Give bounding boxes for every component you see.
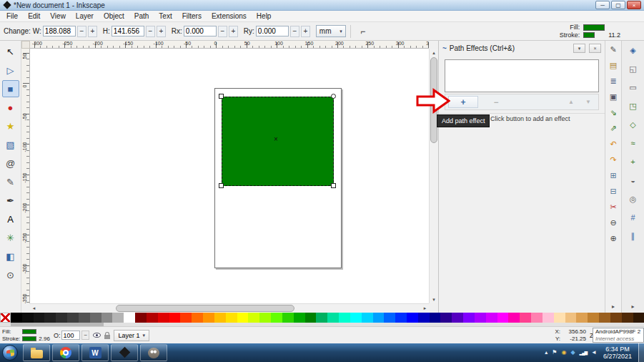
color-swatch[interactable]	[282, 313, 294, 323]
folder-icon[interactable]: ▤	[607, 59, 620, 72]
horizontal-ruler[interactable]: -300-250-200-150-100-5005010015020025030…	[30, 41, 429, 49]
color-swatch[interactable]	[610, 313, 622, 323]
canvas[interactable]: ×	[30, 49, 429, 303]
color-swatch[interactable]	[192, 313, 203, 323]
value-input[interactable]	[112, 26, 144, 36]
taskbar-explorer[interactable]	[23, 344, 50, 361]
paste-icon[interactable]: ⊟	[607, 185, 620, 197]
decrement-button[interactable]: −	[77, 26, 86, 37]
menu-file[interactable]: File	[1, 11, 23, 21]
color-swatch[interactable]	[259, 313, 271, 323]
no-color-swatch[interactable]	[0, 313, 11, 323]
color-swatch[interactable]	[362, 313, 373, 323]
color-swatch[interactable]	[79, 313, 90, 323]
increment-button[interactable]: +	[88, 26, 97, 37]
value-input[interactable]	[184, 26, 217, 36]
color-swatch[interactable]	[407, 313, 418, 323]
color-swatch[interactable]	[67, 313, 79, 323]
color-swatch[interactable]	[271, 313, 282, 323]
color-swatch[interactable]	[214, 313, 226, 323]
snap-bbox-icon[interactable]: ◱	[626, 62, 640, 75]
minimize-button[interactable]: ─	[595, 1, 610, 9]
overflow-arrow-icon[interactable]: ▸	[631, 303, 634, 310]
panel-dock-button[interactable]: ▾	[573, 44, 585, 53]
radius-handle-top-right[interactable]	[331, 94, 336, 99]
color-swatch[interactable]	[508, 313, 520, 323]
title-bar[interactable]: *New document 1 - Inkscape ─ ▢ ×	[0, 0, 644, 11]
snap-guide-icon[interactable]: ∥	[626, 230, 640, 243]
move-effect-up-button[interactable]: ▲	[564, 96, 578, 108]
cut-icon[interactable]: ✂	[607, 201, 620, 213]
horizontal-scrollbar-thumb[interactable]	[116, 305, 294, 312]
stroke-swatch[interactable]	[22, 336, 36, 341]
color-swatch[interactable]	[316, 313, 327, 323]
snap-enable-icon[interactable]: ◈	[626, 44, 640, 57]
menu-view[interactable]: View	[45, 11, 71, 21]
color-swatch[interactable]	[124, 313, 135, 323]
menu-edit[interactable]: Edit	[23, 11, 45, 21]
color-swatch[interactable]	[395, 313, 407, 323]
antivirus-icon[interactable]: ◆	[570, 350, 575, 356]
color-swatch[interactable]	[101, 313, 113, 323]
opacity-input[interactable]	[61, 331, 80, 340]
color-swatch[interactable]	[90, 313, 101, 323]
export-icon[interactable]: ⇗	[607, 122, 620, 134]
color-swatch[interactable]	[327, 313, 339, 323]
spiral-tool[interactable]: @	[2, 155, 19, 172]
color-swatch[interactable]	[34, 313, 45, 323]
decrement-button[interactable]: −	[146, 26, 155, 37]
dropper-tool[interactable]: ⊙	[2, 266, 19, 283]
color-swatch[interactable]	[418, 313, 430, 323]
vertical-ruler[interactable]: 500-50-100-150-200-250-300-350	[21, 49, 30, 303]
remove-effect-button[interactable]: −	[481, 96, 511, 108]
color-swatch[interactable]	[554, 313, 565, 323]
undo-icon[interactable]: ↶	[607, 138, 620, 150]
decrement-button[interactable]: −	[290, 26, 299, 37]
color-swatch[interactable]	[135, 313, 147, 323]
overflow-arrow-icon[interactable]: ▸	[612, 303, 615, 310]
zoom-in-icon[interactable]: ⊕	[607, 233, 620, 245]
panel-close-button[interactable]: ×	[589, 44, 601, 53]
color-swatch[interactable]	[22, 313, 34, 323]
color-swatch[interactable]	[531, 313, 543, 323]
taskbar-gimp[interactable]	[140, 344, 167, 361]
snap-bbox-corner-icon[interactable]: ◳	[626, 99, 640, 112]
zoom-out-icon[interactable]: ⊖	[607, 217, 620, 229]
snap-path-icon[interactable]: ≈	[626, 137, 640, 150]
color-swatch[interactable]	[463, 313, 475, 323]
color-swatch[interactable]	[112, 313, 124, 323]
color-swatch[interactable]	[294, 313, 305, 323]
color-swatch[interactable]	[305, 313, 317, 323]
layer-lock-icon[interactable]	[104, 335, 110, 339]
star-tool[interactable]: ★	[2, 117, 19, 134]
color-swatch[interactable]	[384, 313, 395, 323]
color-swatch[interactable]	[599, 313, 610, 323]
increment-button[interactable]: +	[229, 26, 238, 37]
color-swatch[interactable]	[543, 313, 554, 323]
menu-filters[interactable]: Filters	[177, 11, 207, 21]
layer-visibility-icon[interactable]	[93, 333, 101, 338]
volume-icon[interactable]: ◄	[591, 350, 597, 356]
show-hidden-icons[interactable]: ▴	[545, 350, 548, 356]
color-swatch[interactable]	[373, 313, 385, 323]
box3d-tool[interactable]: ▧	[2, 136, 19, 153]
ellipse-tool[interactable]: ●	[2, 99, 19, 116]
color-swatch[interactable]	[576, 313, 588, 323]
color-swatch[interactable]	[180, 313, 192, 323]
color-swatch[interactable]	[486, 313, 497, 323]
text-tool[interactable]: A	[2, 210, 19, 228]
horizontal-scrollbar[interactable]: ◂ ▸	[30, 303, 429, 313]
menu-object[interactable]: Object	[99, 11, 129, 21]
snap-bbox-edge-icon[interactable]: ▭	[626, 81, 640, 94]
taskbar-word[interactable]: W	[81, 344, 109, 361]
color-swatch[interactable]	[158, 313, 169, 323]
unit-select[interactable]: mm ▾	[316, 25, 346, 37]
scroll-down-icon[interactable]: ▾	[430, 295, 438, 303]
menu-help[interactable]: Help	[252, 11, 277, 21]
opacity-decrement-button[interactable]: −	[81, 331, 89, 340]
copy-icon[interactable]: ⊞	[607, 170, 620, 182]
color-swatch[interactable]	[339, 313, 350, 323]
menu-text[interactable]: Text	[154, 11, 177, 21]
value-input[interactable]	[256, 26, 289, 36]
taskbar-clock[interactable]: 6:34 PM 6/27/2021	[599, 346, 636, 361]
